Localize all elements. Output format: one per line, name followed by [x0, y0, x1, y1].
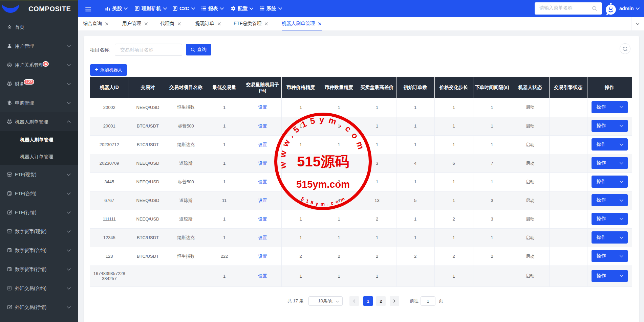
- svg-text:SQL: SQL: [8, 249, 12, 250]
- svg-text:SQL: SQL: [8, 268, 12, 269]
- svg-text:SQL: SQL: [8, 192, 12, 193]
